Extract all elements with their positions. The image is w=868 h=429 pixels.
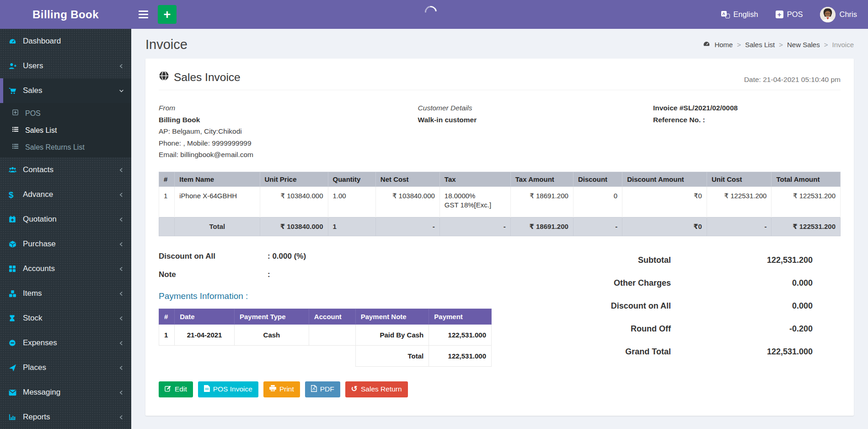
item-name: iPhone X-64GBHH: [175, 186, 260, 217]
summary-subtotal-value: 122,531.200: [671, 255, 813, 265]
sidebar-item-users[interactable]: Users: [0, 54, 131, 78]
chevron-left-icon: [119, 217, 124, 222]
sidebar-item-contacts[interactable]: Contacts: [0, 157, 131, 182]
items-table: # Item Name Unit Price Quantity Net Cost…: [159, 172, 841, 236]
sidebar-item-sales[interactable]: Sales: [0, 78, 131, 103]
sidebar-item-label: Advance: [23, 190, 119, 199]
translate-icon: [721, 11, 730, 18]
items-header-sno: #: [159, 172, 175, 186]
chevron-left-icon: [119, 64, 124, 69]
summary-other-charges-row: Other Charges 0.000: [534, 272, 841, 295]
print-button[interactable]: Print: [263, 381, 300, 397]
breadcrumb-sales-list[interactable]: Sales List: [745, 41, 775, 49]
paper-plane-icon: [9, 364, 23, 372]
app-brand-label: Billing Book: [32, 8, 99, 21]
grid-icon: [9, 265, 23, 272]
summary-discount-label: Discount on All: [611, 301, 671, 311]
from-name: Billing Book: [159, 114, 418, 126]
sidebar-item-reports[interactable]: Reports: [0, 405, 131, 429]
app-brand[interactable]: Billing Book: [0, 0, 131, 29]
sidebar-item-label: Items: [23, 289, 119, 298]
language-menu[interactable]: English: [721, 10, 758, 19]
cube-icon: [9, 240, 23, 248]
summary-grand-total-row: Grand Total 122,531.000: [534, 341, 841, 364]
payments-total-label: Total: [355, 345, 429, 366]
items-table-header-row: # Item Name Unit Price Quantity Net Cost…: [159, 172, 841, 186]
chevron-left-icon: [119, 341, 124, 346]
payments-header-note: Payment Note: [355, 309, 429, 324]
sidebar-item-dashboard[interactable]: Dashboard: [0, 29, 131, 54]
print-button-label: Print: [279, 385, 294, 393]
payments-header-row: # Date Payment Type Account Payment Note…: [159, 309, 492, 324]
quick-add-button[interactable]: [158, 5, 177, 24]
item-discount: 0: [573, 186, 622, 217]
content: Invoice Home > Sales List > New Sales > …: [131, 29, 868, 429]
payment-type: Cash: [235, 324, 309, 345]
note-value: :: [268, 270, 270, 279]
payment-account: [309, 324, 355, 345]
sales-submenu: POS Sales List Sales Returns List: [0, 103, 131, 157]
note-label: Note: [159, 270, 268, 279]
items-header-discount-amount: Discount Amount: [622, 172, 707, 186]
app-root: Billing Book Dashboard Users Sales POS: [0, 0, 868, 429]
sidebar-toggle[interactable]: [131, 0, 155, 29]
sidebar-item-stock[interactable]: Stock: [0, 306, 131, 331]
summary-other-charges-label: Other Charges: [614, 278, 671, 288]
envelope-icon: [9, 389, 23, 396]
pos-label: POS: [787, 10, 803, 19]
pos-shortcut[interactable]: POS: [776, 10, 803, 19]
sidebar-item-accounts[interactable]: Accounts: [0, 256, 131, 281]
sidebar-subitem-pos[interactable]: POS: [0, 105, 131, 122]
sidebar-item-quotation[interactable]: Quotation: [0, 207, 131, 232]
invoice-section-title: Sales Invoice: [174, 71, 241, 84]
sidebar-item-expenses[interactable]: Expenses: [0, 331, 131, 355]
minus-circle-icon: [9, 339, 23, 347]
sidebar-subitem-sales-returns-list[interactable]: Sales Returns List: [0, 139, 131, 156]
user-name: Chris: [839, 10, 857, 19]
breadcrumb-home[interactable]: Home: [714, 41, 733, 49]
sidebar-item-places[interactable]: Places: [0, 355, 131, 380]
user-menu[interactable]: Chris: [820, 7, 857, 22]
sidebar-item-label: Places: [23, 363, 119, 372]
payments-header-sno: #: [159, 309, 175, 324]
sales-return-button[interactable]: Sales Return: [345, 381, 408, 397]
sales-return-button-label: Sales Return: [361, 385, 402, 393]
pos-invoice-button[interactable]: POS Invoice: [198, 381, 258, 397]
items-total-net-cost: -: [375, 217, 439, 236]
sidebar-item-advance[interactable]: $ Advance: [0, 182, 131, 207]
items-header-name: Item Name: [175, 172, 260, 186]
payment-note: Paid By Cash: [355, 324, 429, 345]
items-header-discount: Discount: [573, 172, 622, 186]
items-header-quantity: Quantity: [328, 172, 375, 186]
invoice-date: Date: 21-04-2021 05:10:40 pm: [744, 76, 841, 84]
language-label: English: [734, 10, 758, 19]
pdf-button[interactable]: PDF: [305, 381, 340, 397]
sidebar-subitem-label: Sales List: [25, 126, 124, 135]
payments-total-amount: 122,531.000: [429, 345, 492, 366]
globe-icon: [159, 71, 169, 84]
calendar-plus-icon: [9, 216, 23, 223]
discount-on-all-value: : 0.000 (%): [268, 252, 306, 261]
sidebar-item-label: Sales: [23, 86, 119, 95]
invoice-number: Invoice #SL/2021/02/0008: [653, 102, 841, 114]
payments-header-account: Account: [309, 309, 355, 324]
from-heading: From: [159, 102, 418, 114]
cubes-icon: [9, 290, 23, 298]
items-total-discount: -: [573, 217, 622, 236]
items-total-unit-cost: -: [707, 217, 772, 236]
sidebar-item-messaging[interactable]: Messaging: [0, 380, 131, 405]
items-total-empty: [159, 217, 175, 236]
edit-button[interactable]: Edit: [159, 381, 193, 397]
items-total-qty: 1: [328, 217, 375, 236]
sidebar-subitem-sales-list[interactable]: Sales List: [0, 122, 131, 139]
chevron-left-icon: [119, 291, 124, 296]
pdf-file-icon: [311, 385, 317, 394]
invoice-parties: From Billing Book AP: Belgaum, City:Chik…: [159, 102, 841, 161]
sidebar-item-purchase[interactable]: Purchase: [0, 232, 131, 256]
breadcrumb-new-sales[interactable]: New Sales: [787, 41, 820, 49]
payment-amount: 122,531.000: [429, 324, 492, 345]
breadcrumb: Home > Sales List > New Sales > Invoice: [703, 40, 854, 49]
sidebar-item-items[interactable]: Items: [0, 281, 131, 306]
items-header-unit-price: Unit Price: [260, 172, 328, 186]
invoice-lower: Discount on All : 0.000 (%) Note : Payme…: [159, 248, 841, 397]
